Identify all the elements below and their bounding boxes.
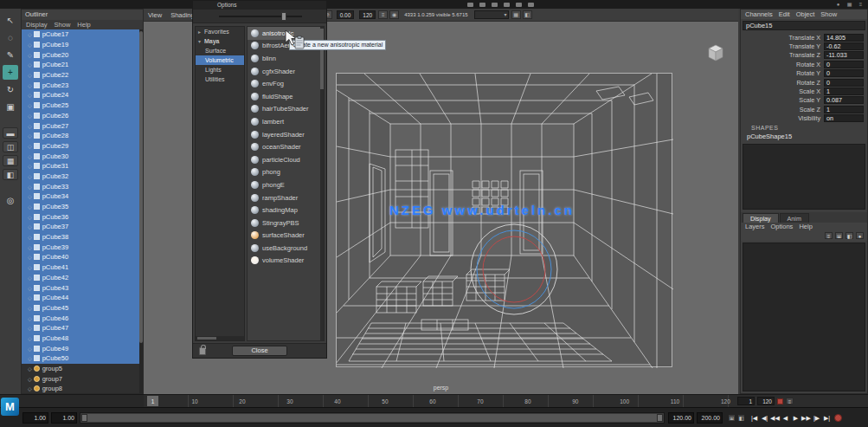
- swatch-size-slider[interactable]: [281, 12, 286, 21]
- playback-options-icon[interactable]: ⊞: [728, 414, 736, 422]
- expand-icon[interactable]: ◇: [28, 366, 32, 372]
- outliner-menu-item[interactable]: Display: [26, 20, 48, 29]
- maya-logo[interactable]: M: [1, 398, 19, 416]
- play-forwards-button[interactable]: ▶: [791, 411, 800, 424]
- outliner-item[interactable]: ◇pCube31: [22, 161, 139, 171]
- category-item[interactable]: Volumetric: [196, 55, 244, 65]
- timeline-tick[interactable]: 20: [239, 398, 245, 404]
- layer-editor-icon[interactable]: ◧: [845, 232, 853, 239]
- expand-icon[interactable]: ◇: [28, 173, 32, 179]
- expand-icon[interactable]: ◇: [28, 335, 32, 341]
- panel-menu-item[interactable]: Shading: [170, 11, 195, 19]
- layer-editor-icon[interactable]: ≡: [825, 232, 833, 239]
- expand-icon[interactable]: ◇: [28, 325, 32, 331]
- set-key-icon[interactable]: [777, 398, 783, 404]
- material-item[interactable]: hairTubeShader: [248, 103, 324, 116]
- outliner-item[interactable]: ◇pCube38: [22, 232, 139, 243]
- timeline-tick[interactable]: 80: [524, 398, 530, 404]
- layer-list-area[interactable]: [743, 243, 865, 391]
- outliner-item[interactable]: ◇pCube30: [22, 151, 139, 161]
- material-item[interactable]: particleCloud: [248, 153, 324, 166]
- expand-icon[interactable]: ◇: [28, 264, 32, 270]
- construction-history-icon[interactable]: ≡: [378, 10, 388, 19]
- channel-value-field[interactable]: 1: [824, 106, 864, 113]
- end-frame-field[interactable]: 120: [757, 397, 775, 405]
- select-tool[interactable]: ↖: [3, 13, 18, 28]
- expand-icon[interactable]: ◇: [28, 133, 32, 139]
- layer-menu-item[interactable]: Options: [771, 223, 794, 231]
- channel-value-field[interactable]: 14.805: [824, 34, 864, 42]
- expand-icon[interactable]: ◇: [28, 102, 32, 108]
- channel-box-menu-item[interactable]: Edit: [779, 10, 790, 19]
- material-item[interactable]: phongE: [248, 178, 324, 191]
- expand-icon[interactable]: ◇: [28, 42, 32, 48]
- category-item[interactable]: ▸Favorites: [196, 27, 244, 36]
- outliner-item[interactable]: ◇pCube24: [22, 90, 139, 100]
- step-back-frame-button[interactable]: ◀◀: [770, 411, 780, 424]
- current-frame-marker[interactable]: 1: [147, 396, 158, 406]
- frames-field[interactable]: 120: [359, 10, 376, 19]
- outliner-item[interactable]: ◇pCube22: [22, 70, 139, 81]
- render-icon[interactable]: [516, 3, 522, 7]
- snap-icon[interactable]: [492, 3, 498, 7]
- material-item[interactable]: layeredShader: [248, 128, 324, 141]
- category-item[interactable]: Lights: [196, 65, 244, 74]
- scrollbar-thumb[interactable]: [197, 337, 216, 340]
- expand-icon[interactable]: ◇: [28, 294, 32, 301]
- layout-four-pane[interactable]: ▦: [3, 155, 18, 166]
- timeline-tick[interactable]: 60: [429, 398, 435, 404]
- outliner-menu-item[interactable]: Show: [55, 20, 71, 29]
- inputs-area[interactable]: [743, 144, 865, 210]
- tree-arrow-icon[interactable]: ▾: [198, 37, 204, 46]
- lock-icon[interactable]: [199, 347, 206, 355]
- expand-icon[interactable]: ◇: [28, 163, 32, 169]
- timeline-tick[interactable]: 30: [286, 398, 293, 404]
- channel-value-field[interactable]: 0.087: [824, 96, 864, 104]
- channel-value-field[interactable]: on: [824, 114, 864, 122]
- material-item[interactable]: phong: [248, 166, 324, 179]
- material-item[interactable]: rampShader: [248, 191, 324, 204]
- timeline-tick[interactable]: 10: [191, 398, 197, 404]
- render-view-icon[interactable]: ◉: [389, 10, 399, 19]
- close-button[interactable]: Close: [232, 346, 287, 356]
- material-item[interactable]: lambert: [248, 115, 324, 128]
- material-item[interactable]: shadingMap: [248, 204, 324, 217]
- outliner-item[interactable]: ◇pCube50: [22, 353, 139, 364]
- expand-icon[interactable]: ◇: [28, 113, 32, 119]
- outliner-item[interactable]: ◇pCube37: [22, 222, 139, 232]
- layer-menu-item[interactable]: Help: [799, 223, 812, 231]
- grid-toggle-icon[interactable]: ▦: [511, 10, 521, 19]
- channel-value-field[interactable]: 1: [824, 87, 864, 95]
- corner-icon[interactable]: ●: [834, 1, 842, 8]
- expand-icon[interactable]: ◇: [28, 376, 32, 382]
- outliner-item[interactable]: ◇pCube33: [22, 181, 139, 191]
- go-to-start-button[interactable]: |◀: [749, 411, 759, 424]
- channel-value-field[interactable]: 0: [824, 61, 864, 68]
- outliner-item[interactable]: ◇pCube41: [22, 262, 139, 273]
- rotate-tool[interactable]: ↻: [3, 82, 18, 97]
- material-item[interactable]: oceanShader: [248, 140, 324, 153]
- expand-icon[interactable]: ◇: [28, 244, 32, 250]
- material-item[interactable]: surfaceShader: [248, 230, 324, 243]
- expand-icon[interactable]: ◇: [28, 92, 32, 98]
- channel-value-field[interactable]: 0: [824, 69, 864, 77]
- outliner-item[interactable]: ◇pCube28: [22, 131, 139, 141]
- outliner-item[interactable]: ◇pCube26: [22, 111, 139, 121]
- channel-box-menu-item[interactable]: Object: [796, 10, 815, 19]
- outliner-item[interactable]: ◇pCube25: [22, 100, 139, 111]
- layout-icon[interactable]: [504, 3, 510, 7]
- outliner-item[interactable]: ◇pCube46: [22, 313, 139, 323]
- time-slider[interactable]: 1102030405060708090100110120 1: [144, 394, 734, 407]
- panel-layout-icon[interactable]: ◧: [523, 10, 532, 19]
- outliner-item[interactable]: ◇pCube32: [22, 171, 139, 182]
- material-item[interactable]: useBackground: [248, 242, 324, 255]
- timeline-tick[interactable]: 100: [620, 398, 629, 404]
- range-start-field[interactable]: 1.00: [23, 412, 48, 424]
- range-end-field[interactable]: 120.00: [668, 412, 694, 424]
- outliner-item[interactable]: ◇pCube29: [22, 141, 139, 152]
- scrollbar-thumb[interactable]: [139, 31, 143, 343]
- view-cube-gizmo[interactable]: [701, 40, 730, 68]
- range-start-field[interactable]: 1.00: [51, 412, 77, 424]
- expand-icon[interactable]: ◇: [28, 193, 32, 199]
- go-to-end-button[interactable]: ▶|: [822, 411, 832, 424]
